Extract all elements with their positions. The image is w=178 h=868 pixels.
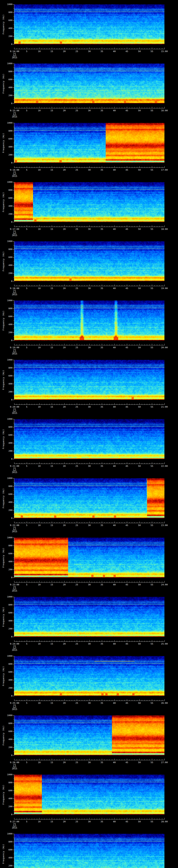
y-tick-label: 400 (4, 679, 12, 681)
y-tick-label: 400 (4, 27, 12, 29)
y-tick-label: 800 (4, 367, 12, 369)
x-minor-tick (97, 463, 97, 464)
x-minor-tick (32, 700, 32, 701)
x-minor-tick (97, 582, 97, 582)
x-axis (14, 49, 165, 49)
x-tick-label: 50 (136, 762, 143, 764)
x-tick-label: 40 (111, 762, 118, 764)
x-minor-tick (32, 226, 32, 227)
x-minor-tick (49, 107, 50, 108)
spectrogram-panel: 02004006008001000Frequency (Hz)510152025… (0, 830, 178, 868)
x-minor-tick (144, 522, 145, 523)
x-tick-label: 45 (123, 169, 130, 171)
x-minor-tick (112, 285, 112, 286)
x-minor-tick (32, 818, 32, 819)
y-tick-label: 600 (4, 79, 12, 81)
x-tick-label: 50 (136, 465, 143, 467)
y-minor-tick (13, 601, 14, 601)
y-tick (13, 814, 14, 815)
y-tick-label: 1000 (4, 359, 12, 361)
x-minor-tick (44, 641, 44, 642)
x-tick-label: 30 (86, 465, 93, 467)
y-tick (13, 510, 14, 510)
x-tick-label: 35 (98, 584, 105, 586)
y-tick (13, 578, 14, 578)
x-tick-label: 45 (123, 346, 130, 349)
x-tick-label: 10 (36, 643, 43, 645)
x-minor-tick (97, 404, 97, 404)
spectrogram-image (14, 656, 165, 696)
y-minor-tick (13, 269, 14, 270)
x-minor-tick (44, 522, 44, 523)
spectrogram-image (14, 478, 165, 518)
x-tick-label: 10 (36, 524, 43, 526)
x-minor-tick (67, 818, 67, 819)
x-minor-tick (84, 285, 85, 286)
x-minor-tick (119, 107, 120, 108)
x-minor-tick (32, 285, 32, 286)
x-tick-label: 55 (148, 465, 155, 467)
x-minor-tick (149, 700, 150, 701)
x-tick-label: 10 (36, 110, 43, 112)
y-tick (13, 597, 14, 597)
x-minor-tick (19, 818, 20, 819)
x-tick-label: 55 (148, 762, 155, 764)
x-tick-label: 55 (148, 50, 155, 53)
x-minor-tick (132, 759, 132, 760)
x-tick-label: 50 (136, 110, 143, 112)
x-end-label: 18:00 (157, 228, 171, 230)
y-tick (13, 478, 14, 478)
x-minor-tick (119, 167, 120, 167)
y-minor-tick (13, 194, 14, 194)
y-tick-label: 600 (4, 138, 12, 140)
x-minor-tick (137, 641, 137, 642)
x-minor-tick (104, 344, 105, 345)
x-start-label: 9:15:00 (8, 110, 22, 112)
x-minor-tick (104, 226, 105, 227)
x-minor-tick (67, 226, 67, 227)
y-tick-label: 400 (4, 383, 12, 385)
x-tick (102, 344, 102, 345)
x-tick-label: 55 (148, 346, 155, 349)
x-tick-label: 40 (111, 524, 118, 526)
x-minor-tick (117, 759, 117, 760)
x-minor-tick (109, 48, 110, 49)
x-start-label: 9:21:00 (8, 465, 22, 467)
x-minor-tick (32, 641, 32, 642)
x-start-label: 9:18:00 (8, 287, 22, 289)
y-tick-label: 1000 (4, 3, 12, 5)
x-tick (127, 48, 127, 49)
x-tick (27, 462, 27, 464)
x-minor-tick (137, 404, 137, 404)
x-minor-tick (124, 700, 125, 701)
y-minor-tick (13, 99, 14, 100)
x-minor-tick (24, 344, 25, 345)
x-minor-tick (49, 818, 50, 819)
x-tick-label: 25 (73, 820, 80, 823)
y-tick (13, 340, 14, 341)
x-minor-tick (109, 285, 110, 286)
y-minor-tick (13, 810, 14, 811)
x-minor-tick (22, 167, 22, 167)
x-tick-label: 55 (148, 524, 155, 526)
x-tick-label: 15 (48, 465, 55, 467)
x-minor-tick (84, 700, 85, 701)
x-end-label: 22:00 (157, 465, 171, 467)
x-tick-label: 40 (111, 584, 118, 586)
x-minor-tick (132, 522, 132, 523)
x-minor-tick (22, 285, 22, 286)
x-tick-label: 40 (111, 820, 118, 823)
x-minor-tick (104, 522, 105, 523)
spectrogram-image (14, 715, 165, 755)
x-minor-tick (109, 344, 110, 345)
x-minor-tick (104, 582, 105, 582)
y-tick-label: 200 (4, 213, 12, 215)
x-tick (114, 758, 115, 760)
y-tick-label: 0 (4, 102, 12, 104)
x-minor-tick (92, 759, 92, 760)
y-axis-title: Frequency (Hz) (2, 14, 5, 34)
x-tick-label: 50 (136, 643, 143, 645)
x-minor-tick (104, 463, 105, 464)
x-minor-tick (112, 818, 112, 819)
x-tick (14, 107, 14, 108)
